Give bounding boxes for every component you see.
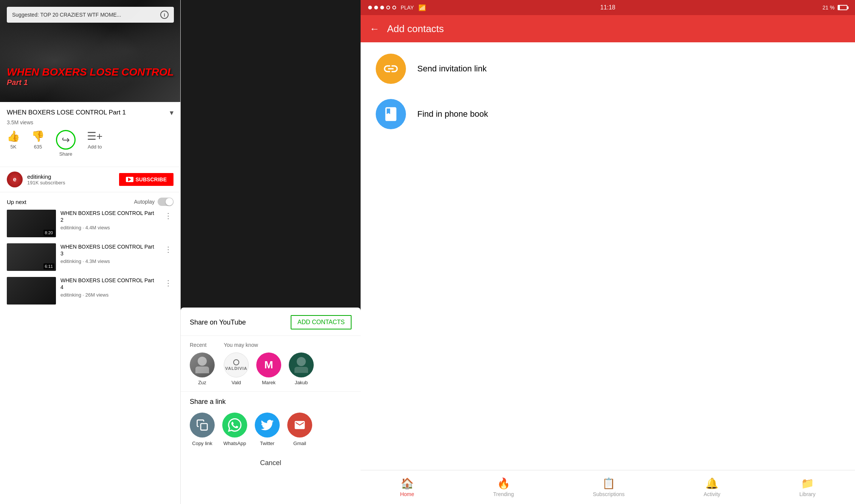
twitter-icon	[255, 413, 280, 438]
gmail-item[interactable]: Gmail	[287, 413, 312, 446]
find-in-phone-book-icon	[376, 99, 406, 129]
views-count: 3.5M views	[7, 119, 173, 125]
status-right: 21 %	[822, 5, 847, 11]
more-options-icon[interactable]: ⋮	[163, 243, 173, 255]
nav-label-trending: Trending	[493, 491, 514, 497]
recent-contacts-group: Recent Zuz	[190, 342, 215, 385]
signal-dot-1	[368, 6, 372, 9]
suggested-text: Suggested: TOP 20 CRAZIEST WTF MOME...	[12, 12, 121, 18]
contact-avatar-zuz	[190, 352, 215, 377]
more-options-icon[interactable]: ⋮	[163, 210, 173, 222]
chevron-down-icon[interactable]: ▾	[170, 108, 173, 117]
whatsapp-label: WhatsApp	[223, 441, 246, 446]
copy-link-item[interactable]: Copy link	[190, 413, 215, 446]
nav-item-subscriptions[interactable]: 📋 Subscriptions	[593, 477, 624, 497]
gmail-icon	[287, 413, 312, 438]
find-in-phone-book-option[interactable]: Find in phone book	[376, 99, 840, 129]
like-button[interactable]: 👍 5K	[7, 130, 20, 157]
whatsapp-item[interactable]: WhatsApp	[222, 413, 247, 446]
add-contacts-panel: PLAY 📶 11:18 21 % ← Add contacts Send in…	[361, 0, 855, 504]
video-item-title: WHEN BOXERS LOSE CONTROL Part 2	[60, 210, 158, 223]
video-item-title: WHEN BOXERS LOSE CONTROL Part 4	[60, 277, 158, 291]
send-invitation-label: Send invitation link	[417, 64, 486, 74]
video-title-main: WHEN BOXERS LOSE CONTROL	[7, 66, 174, 78]
share-button[interactable]: ↪ Share	[56, 130, 76, 157]
gmail-label: Gmail	[293, 441, 306, 446]
thumbs-up-icon: 👍	[7, 130, 20, 142]
channel-name: editinking	[27, 173, 65, 180]
list-item[interactable]: 8:20 WHEN BOXERS LOSE CONTROL Part 2 edi…	[7, 210, 173, 237]
video-duration: 6:11	[43, 263, 54, 269]
cancel-button[interactable]: Cancel	[181, 452, 361, 474]
share-icon: ↪	[62, 134, 70, 146]
suggested-bar[interactable]: Suggested: TOP 20 CRAZIEST WTF MOME... i	[7, 7, 174, 23]
share-sheet-panel: Share on YouTube ADD CONTACTS Recent	[181, 0, 361, 504]
back-button[interactable]: ←	[370, 23, 379, 35]
add-contacts-button[interactable]: ADD CONTACTS	[291, 315, 352, 329]
copy-link-icon	[190, 413, 215, 438]
info-icon[interactable]: i	[160, 11, 169, 19]
signal-dot-5	[392, 6, 396, 9]
channel-row: e editinking 191K subscribers SUBSCRIBE	[0, 167, 180, 192]
activity-icon: 🔔	[705, 477, 719, 490]
nav-label-activity: Activity	[703, 491, 720, 497]
contact-item-vald[interactable]: VALDIVIA Vald	[224, 352, 249, 385]
more-options-icon[interactable]: ⋮	[163, 277, 173, 289]
status-time: 11:18	[600, 4, 615, 11]
wifi-icon: 📶	[418, 4, 426, 11]
list-item[interactable]: WHEN BOXERS LOSE CONTROL Part 4 editinki…	[7, 277, 173, 305]
up-next-label: Up next	[7, 199, 26, 205]
nav-item-home[interactable]: 🏠 Home	[400, 477, 414, 497]
svg-rect-0	[201, 424, 207, 430]
nav-item-library[interactable]: 📁 Library	[799, 477, 816, 497]
contact-item-zuz[interactable]: Zuz	[190, 352, 215, 385]
subscriptions-icon: 📋	[602, 477, 615, 490]
dislike-count: 635	[34, 144, 42, 150]
share-link-section: Share a link Copy link	[181, 391, 361, 452]
up-next-header: Up next Autoplay	[0, 192, 180, 210]
subscribe-button[interactable]: SUBSCRIBE	[119, 173, 173, 186]
battery-percentage: 21 %	[822, 5, 835, 11]
library-icon: 📁	[801, 477, 814, 490]
channel-info: e editinking 191K subscribers	[7, 172, 65, 187]
add-to-label: Add to	[88, 144, 102, 150]
share-header: Share on YouTube ADD CONTACTS	[181, 315, 361, 336]
dislike-button[interactable]: 👎 635	[31, 130, 45, 157]
contact-avatar-marek: M	[256, 352, 281, 377]
trending-icon: 🔥	[497, 477, 510, 490]
contact-item-jakub[interactable]: Jakub	[289, 352, 314, 385]
send-invitation-icon	[376, 54, 406, 84]
video-info: WHEN BOXERS LOSE CONTROL Part 1 ▾ 3.5M v…	[0, 102, 180, 167]
channel-avatar[interactable]: e	[7, 172, 23, 187]
contact-avatar-vald: VALDIVIA	[224, 352, 249, 377]
thumbs-down-icon: 👎	[31, 130, 45, 142]
youtube-video-panel: Suggested: TOP 20 CRAZIEST WTF MOME... i…	[0, 0, 181, 504]
channel-subs: 191K subscribers	[27, 180, 65, 186]
subscribe-label: SUBSCRIBE	[136, 176, 167, 182]
share-sheet: Share on YouTube ADD CONTACTS Recent	[181, 308, 361, 504]
twitter-item[interactable]: Twitter	[255, 413, 280, 446]
autoplay-toggle[interactable]	[158, 198, 173, 206]
you-may-know-group: You may know VALDIVIA Vald	[224, 342, 314, 385]
nav-item-activity[interactable]: 🔔 Activity	[703, 477, 720, 497]
add-to-icon: ☰+	[87, 130, 102, 142]
send-invitation-option[interactable]: Send invitation link	[376, 54, 840, 84]
contacts-content: Send invitation link Find in phone book	[361, 42, 855, 470]
signal-dot-2	[374, 6, 378, 9]
add-to-button[interactable]: ☰+ Add to	[87, 130, 102, 157]
contact-avatar-jakub	[289, 352, 314, 377]
nav-item-trending[interactable]: 🔥 Trending	[493, 477, 514, 497]
contacts-section: Recent Zuz You may know	[181, 336, 361, 391]
nav-label-subscriptions: Subscriptions	[593, 491, 624, 497]
video-thumbnail[interactable]: Suggested: TOP 20 CRAZIEST WTF MOME... i…	[0, 0, 181, 102]
twitter-label: Twitter	[260, 441, 274, 446]
video-item-title: WHEN BOXERS LOSE CONTROL Part 3	[60, 243, 158, 257]
share-on-youtube-label: Share on YouTube	[190, 318, 246, 326]
find-in-phone-book-label: Find in phone book	[417, 109, 488, 119]
you-may-know-contacts: VALDIVIA Vald M Marek	[224, 352, 314, 385]
contacts-row: Recent Zuz You may know	[190, 342, 352, 385]
share-apps-row: Copy link WhatsApp	[190, 413, 352, 446]
list-item[interactable]: 6:11 WHEN BOXERS LOSE CONTROL Part 3 edi…	[7, 243, 173, 271]
contact-item-marek[interactable]: M Marek	[256, 352, 281, 385]
autoplay-label: Autoplay	[134, 199, 155, 205]
